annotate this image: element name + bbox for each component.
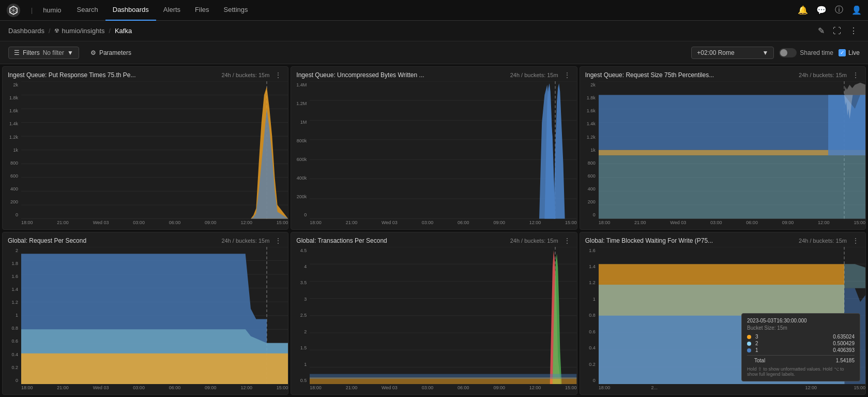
dropdown-icon: ▼ [67, 49, 73, 56]
chart-meta-5: 24h / buckets: 15m [510, 238, 558, 244]
x-axis-2: 18:00 21:00 Wed 03 03:00 06:00 09:00 12:… [310, 219, 576, 229]
shared-time-toggle-wrap: Shared time [779, 48, 833, 57]
chart-card-5: Global: Transactions Per Second 24h / bu… [291, 232, 577, 395]
parameters-label: Parameters [99, 49, 131, 56]
toolbar: ☰ Filters No filter ▼ ⚙ Parameters +02:0… [0, 41, 868, 64]
nav-alerts[interactable]: Alerts [156, 0, 188, 21]
svg-marker-41 [599, 155, 865, 218]
x-axis-5: 18:00 21:00 Wed 03 03:00 06:00 09:00 12:… [310, 384, 576, 394]
nav-settings[interactable]: Settings [217, 0, 255, 21]
tooltip-dot-1 [747, 348, 751, 352]
breadcrumb: Dashboards / ☢ humio/insights / Kafka ✎ … [0, 21, 868, 41]
chart-menu-4[interactable]: ⋮ [273, 237, 283, 245]
tooltip-bucket: Bucket Size: 15m [747, 325, 855, 331]
breadcrumb-repo[interactable]: humio/insights [62, 27, 104, 35]
x-axis-6: 18:00 2... 12:00 15:00 [599, 384, 865, 394]
svg-marker-72 [310, 374, 576, 378]
tooltip-row-1: 1 0.406393 [747, 347, 855, 353]
help-icon[interactable]: ⓘ [835, 5, 843, 16]
chevron-down-icon: ▼ [762, 49, 768, 56]
logo [6, 3, 21, 18]
nav-right: 🔔 💬 ⓘ 👤 [798, 5, 862, 16]
user-icon[interactable]: 👤 [851, 5, 862, 15]
nav-search[interactable]: Search [70, 0, 105, 21]
chart-menu-3[interactable]: ⋮ [851, 71, 860, 79]
more-icon[interactable]: ⋮ [847, 24, 860, 38]
tooltip-dot-2 [747, 342, 751, 346]
chart-meta-1: 24h / buckets: 15m [221, 72, 269, 78]
notification-icon[interactable]: 🔔 [798, 5, 808, 15]
timezone-value: +02:00 Rome [697, 49, 734, 56]
chart-area-6: 1.6 1.4 1.2 1 0.8 0.6 0.4 0.2 0 [580, 247, 865, 395]
live-checkbox: ✓ [839, 49, 846, 56]
nav-dashboards[interactable]: Dashboards [105, 0, 156, 21]
chat-icon[interactable]: 💬 [816, 5, 827, 15]
chart-card-2: Ingest Queue: Uncompressed Bytes Written… [291, 66, 577, 230]
chart-menu-1[interactable]: ⋮ [273, 71, 283, 79]
y-axis-6: 1.6 1.4 1.2 1 0.8 0.6 0.4 0.2 0 [580, 247, 598, 385]
nav-links: Search Dashboards Alerts Files Settings [70, 0, 255, 21]
tooltip-row-3: 3 0.635024 [747, 334, 855, 340]
gear-icon: ⚙ [90, 49, 96, 56]
chart-card-4: Global: Request Per Second 24h / buckets… [2, 232, 288, 395]
chart-menu-5[interactable]: ⋮ [562, 237, 572, 245]
chart-card-3: Ingest Queue: Request Size 75th Percenti… [580, 66, 866, 230]
chart-tooltip-6: 2023-05-03T16:30:00.000 Bucket Size: 15m… [741, 313, 860, 381]
y-axis-5: 4.5 4 3.5 3 2.5 2 1.5 1 0.5 [291, 247, 309, 385]
chart-title-1: Ingest Queue: Put Response Times 75.th P… [8, 71, 217, 79]
shared-time-toggle[interactable] [779, 48, 797, 57]
y-axis-4: 2 1.8 1.6 1.4 1.2 1 0.8 0.6 0.4 0.2 0 [3, 247, 20, 385]
y-axis-3: 2k 1.8k 1.6k 1.4k 1.2k 1k 800 600 400 20… [580, 81, 598, 219]
chart-meta-2: 24h / buckets: 15m [510, 72, 558, 78]
chart-meta-6: 24h / buckets: 15m [799, 238, 847, 244]
chart-menu-2[interactable]: ⋮ [562, 71, 572, 79]
chart-title-4: Global: Request Per Second [8, 237, 217, 244]
svg-marker-26 [553, 83, 565, 219]
x-axis-3: 18:00 21:00 Wed 03 03:00 06:00 09:00 12:… [599, 219, 865, 229]
y-axis-2: 1.4M 1.2M 1M 800k 600k 400k 200k 0 [291, 81, 309, 219]
chart-area-3: 2k 1.8k 1.6k 1.4k 1.2k 1k 800 600 400 20… [580, 81, 865, 229]
chart-menu-6[interactable]: ⋮ [851, 237, 860, 245]
tooltip-total: Total 1.54185 [747, 355, 855, 363]
filters-label: Filters [23, 49, 40, 56]
svg-marker-13 [21, 87, 288, 219]
org-name: humio [43, 6, 61, 14]
filters-button[interactable]: ☰ Filters No filter ▼ [8, 47, 79, 59]
chart-area-5: 4.5 4 3.5 3 2.5 2 1.5 1 0.5 [291, 247, 576, 395]
live-label: Live [848, 49, 860, 56]
chart-meta-3: 24h / buckets: 15m [799, 72, 847, 78]
chart-svg-5 [310, 247, 576, 385]
timezone-select[interactable]: +02:00 Rome ▼ [691, 47, 774, 59]
tooltip-row-2: 2 0.500429 [747, 341, 855, 346]
chart-card-1: Ingest Queue: Put Response Times 75.th P… [2, 66, 288, 230]
edit-icon[interactable]: ✎ [816, 24, 827, 38]
fullscreen-icon[interactable]: ⛶ [831, 24, 843, 38]
tooltip-hint: Hold ⇧ to show unformatted values. Hold … [747, 366, 855, 377]
chart-area-1: 2k 1.8k 1.6k 1.4k 1.2k 1k 800 600 400 20… [3, 81, 288, 229]
chart-card-6: Global: Time Blocked Waiting For Write (… [580, 232, 866, 395]
chart-meta-4: 24h / buckets: 15m [221, 238, 269, 244]
top-nav: | humio Search Dashboards Alerts Files S… [0, 0, 868, 21]
chart-svg-3 [599, 81, 865, 219]
parameters-button[interactable]: ⚙ Parameters [85, 47, 136, 58]
shared-time-label: Shared time [800, 49, 833, 56]
chart-area-2: 1.4M 1.2M 1M 800k 600k 400k 200k 0 [291, 81, 576, 229]
chart-title-3: Ingest Queue: Request Size 75th Percenti… [585, 71, 795, 79]
nav-files[interactable]: Files [188, 0, 216, 21]
chart-area-4: 2 1.8 1.6 1.4 1.2 1 0.8 0.6 0.4 0.2 0 [3, 247, 288, 395]
chart-title-6: Global: Time Blocked Waiting For Write (… [585, 237, 795, 244]
chart-svg-2 [310, 81, 576, 219]
chart-title-5: Global: Transactions Per Second [296, 237, 506, 244]
x-axis-1: 18:00 21:00 Wed 03 03:00 06:00 09:00 12:… [21, 219, 288, 229]
live-toggle[interactable]: ✓ Live [839, 49, 860, 56]
chart-svg-1 [21, 81, 288, 219]
tooltip-timestamp: 2023-05-03T16:30:00.000 [747, 318, 855, 324]
svg-marker-87 [844, 264, 865, 288]
dashboard-grid: Ingest Queue: Put Response Times 75.th P… [0, 64, 868, 397]
breadcrumb-dashboards[interactable]: Dashboards [8, 27, 44, 35]
chart-svg-4 [21, 247, 288, 385]
y-axis-1: 2k 1.8k 1.6k 1.4k 1.2k 1k 800 600 400 20… [3, 81, 20, 219]
svg-marker-40 [599, 150, 865, 156]
chart-title-2: Ingest Queue: Uncompressed Bytes Written… [296, 71, 506, 79]
no-filter-label: No filter [43, 49, 64, 56]
